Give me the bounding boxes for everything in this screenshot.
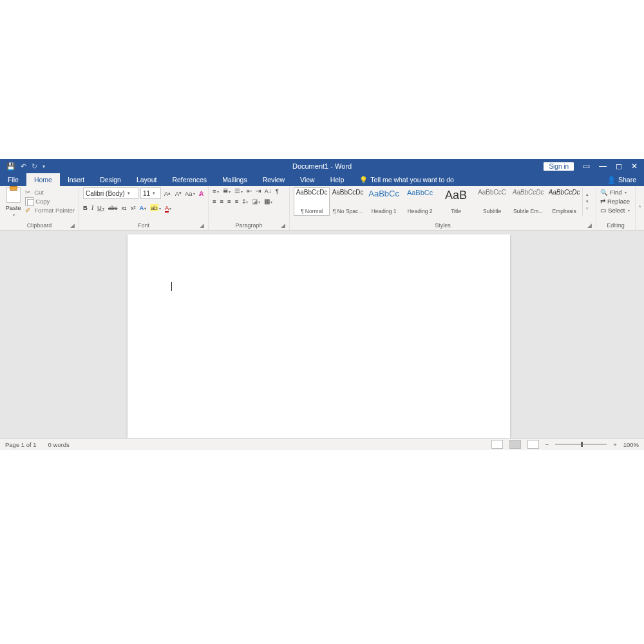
group-clipboard: Paste ▾ ✂Cut Copy ✐Format Painter Clipbo… [0, 186, 79, 230]
italic-button[interactable]: I [91, 205, 93, 211]
style-heading-1[interactable]: AaBbCcHeading 1 [366, 187, 402, 216]
paste-dropdown-icon[interactable]: ▾ [13, 213, 15, 217]
search-icon: 🔍 [600, 189, 608, 196]
increase-indent-button[interactable]: ⇥ [256, 187, 261, 194]
tab-layout[interactable]: Layout [129, 173, 165, 186]
styles-gallery: AaBbCcDc¶ Normal AaBbCcDc¶ No Spac... Aa… [294, 187, 592, 216]
sort-button[interactable]: A↓ [265, 187, 272, 194]
clear-formatting-button[interactable]: A̷ [197, 188, 206, 198]
chevron-down-icon: ▾ [128, 191, 130, 196]
undo-icon[interactable]: ↶ [21, 162, 26, 171]
tab-insert[interactable]: Insert [60, 173, 92, 186]
clipboard-group-label: Clipboard [27, 222, 52, 229]
tab-home[interactable]: Home [26, 173, 60, 186]
bullets-button[interactable]: ≡▾ [213, 187, 219, 194]
superscript-button[interactable]: x² [131, 205, 136, 211]
align-center-button[interactable]: ≡ [220, 198, 224, 205]
align-right-button[interactable]: ≡ [227, 198, 231, 205]
zoom-thumb[interactable] [581, 442, 583, 447]
shading-button[interactable]: ◪▾ [252, 198, 260, 205]
sign-in-button[interactable]: Sign in [544, 162, 574, 171]
style-no-spacing[interactable]: AaBbCcDc¶ No Spac... [330, 187, 366, 216]
tab-references[interactable]: References [164, 173, 214, 186]
editing-group-label: Editing [607, 222, 625, 229]
format-painter-button[interactable]: ✐Format Painter [25, 207, 75, 214]
font-name-combo[interactable]: Calibri (Body)▾ [83, 187, 138, 199]
font-color-button[interactable]: A▾ [165, 204, 171, 211]
align-left-button[interactable]: ≡ [213, 198, 216, 205]
font-dialog-launcher-icon[interactable]: ◢ [200, 222, 204, 229]
style-subtle-emphasis[interactable]: AaBbCcDcSubtle Em... [510, 187, 546, 216]
document-canvas[interactable] [0, 231, 644, 438]
multilevel-list-button[interactable]: ☰▾ [234, 187, 243, 194]
zoom-level[interactable]: 100% [623, 441, 639, 448]
tab-design[interactable]: Design [92, 173, 129, 186]
minimize-icon[interactable]: — [599, 162, 607, 171]
select-label: Select [608, 207, 625, 214]
ribbon: Paste ▾ ✂Cut Copy ✐Format Painter Clipbo… [0, 186, 644, 231]
collapse-ribbon-button[interactable]: ˄ [636, 186, 644, 230]
text-effects-button[interactable]: A▾ [139, 204, 146, 211]
style-subtitle[interactable]: AaBbCcCSubtitle [474, 187, 510, 216]
bold-button[interactable]: B [83, 204, 88, 211]
paste-button[interactable]: Paste ▾ [4, 187, 23, 217]
find-label: Find [610, 189, 621, 196]
copy-label: Copy [35, 198, 50, 205]
tab-review[interactable]: Review [255, 173, 292, 186]
highlight-button[interactable]: ab▾ [150, 204, 161, 211]
paragraph-dialog-launcher-icon[interactable]: ◢ [281, 222, 285, 229]
qat-customize-icon[interactable]: ▾ [43, 164, 45, 169]
styles-dialog-launcher-icon[interactable]: ◢ [587, 222, 592, 229]
read-mode-button[interactable] [491, 440, 503, 449]
underline-button[interactable]: U▾ [97, 204, 104, 211]
redo-icon[interactable]: ↻ [32, 162, 37, 171]
tell-me-search[interactable]: 💡 Tell me what you want to do [352, 173, 462, 186]
web-layout-button[interactable] [527, 440, 539, 449]
style-emphasis[interactable]: AaBbCcDcEmphasis [546, 187, 582, 216]
style-title[interactable]: AaBTitle [438, 187, 474, 216]
show-marks-button[interactable]: ¶ [276, 187, 279, 194]
zoom-in-button[interactable]: + [613, 441, 617, 448]
zoom-out-button[interactable]: − [545, 441, 549, 448]
tab-mailings[interactable]: Mailings [214, 173, 255, 186]
word-count[interactable]: 0 words [48, 441, 70, 448]
grow-font-button[interactable]: A▴ [163, 188, 172, 198]
strikethrough-button[interactable]: abc [108, 205, 118, 211]
select-button[interactable]: ▭Select▾ [600, 207, 629, 214]
style-heading-2[interactable]: AaBbCcHeading 2 [402, 187, 438, 216]
change-case-button[interactable]: Aa▾ [185, 188, 195, 198]
paste-icon [6, 187, 21, 203]
page-indicator[interactable]: Page 1 of 1 [5, 441, 37, 448]
style-preview: AaB [445, 189, 467, 201]
styles-more-button[interactable]: ▴▾▿ [582, 187, 592, 216]
font-size-combo[interactable]: 11▾ [140, 187, 161, 199]
style-name: ¶ Normal [301, 208, 323, 214]
subscript-button[interactable]: x₂ [121, 205, 127, 211]
print-layout-button[interactable] [509, 440, 521, 449]
page[interactable] [128, 234, 510, 438]
decrease-indent-button[interactable]: ⇤ [247, 187, 252, 194]
tab-help[interactable]: Help [323, 173, 352, 186]
cut-button[interactable]: ✂Cut [25, 189, 75, 196]
clipboard-dialog-launcher-icon[interactable]: ◢ [70, 222, 75, 229]
find-button[interactable]: 🔍Find▾ [600, 189, 626, 196]
close-icon[interactable]: ✕ [631, 162, 638, 171]
tab-file[interactable]: File [0, 173, 26, 186]
tab-view[interactable]: View [292, 173, 323, 186]
group-styles: AaBbCcDc¶ Normal AaBbCcDc¶ No Spac... Aa… [290, 186, 596, 230]
share-button[interactable]: 👤 Share [600, 173, 644, 186]
replace-button[interactable]: ⇄Replace [600, 198, 630, 205]
maximize-icon[interactable]: ◻ [616, 162, 622, 171]
line-spacing-button[interactable]: ‡▾ [242, 198, 248, 205]
zoom-slider[interactable] [555, 444, 607, 445]
justify-button[interactable]: ≡ [235, 198, 239, 205]
save-icon[interactable]: 💾 [6, 162, 15, 171]
numbering-button[interactable]: ≣▾ [223, 187, 231, 194]
borders-button[interactable]: ▦▾ [264, 198, 272, 205]
expand-icon: ▿ [586, 206, 589, 211]
copy-button[interactable]: Copy [25, 197, 75, 205]
style-preview: AaBbCcDc [549, 189, 580, 196]
shrink-font-button[interactable]: A▾ [174, 188, 183, 198]
ribbon-display-options-icon[interactable]: ▭ [583, 162, 590, 171]
style-normal[interactable]: AaBbCcDc¶ Normal [294, 187, 330, 216]
